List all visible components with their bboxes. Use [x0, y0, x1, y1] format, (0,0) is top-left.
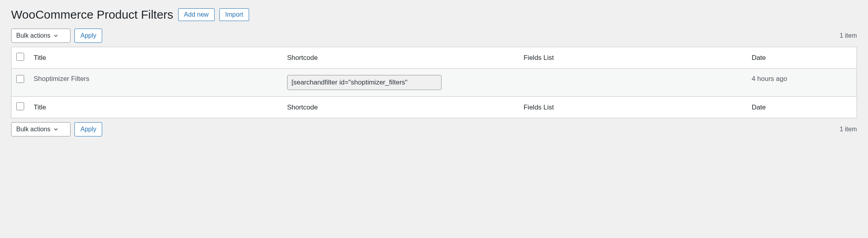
select-all-checkbox-bottom[interactable]: [16, 102, 24, 110]
column-header-date[interactable]: Date: [747, 47, 857, 69]
item-count-top: 1 item: [839, 32, 857, 39]
bulk-actions-select-bottom[interactable]: Bulk actions: [11, 122, 70, 136]
column-footer-fields-list: Fields List: [519, 97, 747, 118]
column-header-fields-list: Fields List: [519, 47, 747, 69]
filters-table: Title Shortcode Fields List Date Shoptim…: [11, 47, 857, 118]
select-all-checkbox-top[interactable]: [16, 53, 24, 61]
apply-button-bottom[interactable]: Apply: [74, 122, 102, 136]
bulk-actions-select[interactable]: Bulk actions: [11, 29, 70, 43]
column-header-shortcode: Shortcode: [282, 47, 519, 69]
chevron-down-icon: [53, 33, 58, 38]
apply-button-top[interactable]: Apply: [74, 29, 102, 43]
row-fields-list: [519, 69, 747, 97]
add-new-button[interactable]: Add new: [178, 8, 215, 21]
shortcode-input[interactable]: [287, 75, 442, 90]
table-row: Shoptimizer Filters 4 hours ago: [11, 69, 857, 97]
column-header-title[interactable]: Title: [29, 47, 282, 69]
row-checkbox[interactable]: [16, 75, 24, 83]
item-count-bottom: 1 item: [839, 126, 857, 133]
column-footer-shortcode: Shortcode: [282, 97, 519, 118]
bulk-actions-label-bottom: Bulk actions: [16, 126, 50, 133]
page-title: WooCommerce Product Filters: [11, 8, 173, 21]
chevron-down-icon: [53, 127, 58, 132]
column-footer-date[interactable]: Date: [747, 97, 857, 118]
row-title-link[interactable]: Shoptimizer Filters: [34, 75, 89, 83]
row-date: 4 hours ago: [747, 69, 857, 97]
import-button[interactable]: Import: [219, 8, 249, 21]
column-footer-title[interactable]: Title: [29, 97, 282, 118]
bulk-actions-label: Bulk actions: [16, 32, 50, 39]
